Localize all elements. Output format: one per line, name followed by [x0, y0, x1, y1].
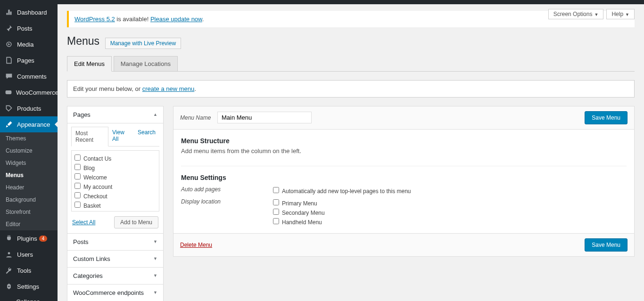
- page-checkbox-item[interactable]: Basket: [74, 201, 156, 210]
- accordion-posts-header[interactable]: Posts▼: [67, 233, 163, 250]
- product-icon: [5, 104, 13, 113]
- sidebar-item-woocommerce[interactable]: WooCommerce: [0, 84, 58, 100]
- delete-menu-link[interactable]: Delete Menu: [180, 242, 212, 248]
- location-secondary-checkbox[interactable]: Secondary Menu: [273, 208, 325, 217]
- select-all-link[interactable]: Select All: [72, 219, 95, 226]
- chevron-down-icon: ▼: [625, 12, 629, 17]
- plugins-badge: 4: [39, 236, 48, 242]
- chevron-down-icon: ▼: [594, 12, 598, 17]
- page-checkbox-item[interactable]: Welcome: [74, 172, 156, 182]
- add-menu-items-panel: Pages▲ Most Recent View All Search Conta…: [67, 106, 164, 301]
- sidebar-item-comments[interactable]: Comments: [0, 68, 58, 84]
- pages-tab-viewall[interactable]: View All: [108, 126, 134, 146]
- tab-manage-locations[interactable]: Manage Locations: [114, 56, 178, 71]
- dashboard-icon: [5, 8, 13, 16]
- auto-add-checkbox[interactable]: Automatically add new top-level pages to…: [273, 186, 411, 195]
- accordion-categories-header[interactable]: Categories▼: [67, 267, 163, 284]
- sidebar-item-products[interactable]: Products: [0, 100, 58, 116]
- help-button[interactable]: Help▼: [606, 9, 635, 19]
- brush-icon: [5, 120, 13, 129]
- tab-edit-menus[interactable]: Edit Menus: [67, 56, 112, 72]
- nav-tabs: Edit Menus Manage Locations: [67, 56, 635, 72]
- page-checkbox-item[interactable]: My account: [74, 182, 156, 191]
- settings-icon: [5, 282, 13, 291]
- svg-point-3: [8, 285, 9, 287]
- submenu-background[interactable]: Background: [0, 194, 58, 206]
- sidebar-item-posts[interactable]: Posts: [0, 20, 58, 36]
- wordpress-version-link[interactable]: WordPress 5.2: [74, 16, 115, 23]
- page-icon: [5, 56, 13, 65]
- location-handheld-checkbox[interactable]: Handheld Menu: [273, 217, 325, 227]
- tool-icon: [5, 266, 13, 275]
- main-content: Screen Options▼ Help▼ WordPress 5.2 is a…: [58, 4, 644, 301]
- menu-structure-heading: Menu Structure: [181, 137, 627, 145]
- pages-tab-recent[interactable]: Most Recent: [71, 127, 108, 146]
- update-now-link[interactable]: Please update now: [150, 16, 202, 23]
- create-new-menu-link[interactable]: create a new menu: [142, 85, 195, 92]
- submenu-editor[interactable]: Editor: [0, 218, 58, 230]
- svg-rect-1: [6, 90, 12, 94]
- pages-checklist[interactable]: Contact Us Blog Welcome My account Check…: [71, 150, 159, 212]
- location-primary-checkbox[interactable]: Primary Menu: [273, 198, 325, 208]
- menu-settings-heading: Menu Settings: [181, 174, 627, 181]
- menu-editor: Menu Name Save Menu Menu Structure Add m…: [173, 106, 635, 257]
- triangle-down-icon: ▼: [153, 256, 157, 261]
- accordion-woo-endpoints-header[interactable]: WooCommerce endpoints▼: [67, 284, 163, 301]
- sidebar-item-appearance[interactable]: Appearance: [0, 116, 58, 132]
- appearance-submenu: Themes Customize Widgets Menus Header Ba…: [0, 132, 58, 230]
- accordion-custom-links-header[interactable]: Custom Links▼: [67, 250, 163, 267]
- triangle-down-icon: ▼: [153, 290, 157, 295]
- sidebar-item-media[interactable]: Media: [0, 36, 58, 52]
- media-icon: [5, 40, 13, 49]
- sidebar-item-plugins[interactable]: Plugins4: [0, 230, 58, 246]
- add-to-menu-button[interactable]: Add to Menu: [114, 216, 158, 228]
- page-checkbox-item[interactable]: Contact Us: [74, 154, 156, 163]
- display-location-label: Display location: [181, 198, 273, 227]
- svg-point-2: [8, 252, 10, 254]
- triangle-down-icon: ▼: [153, 239, 157, 244]
- menu-name-input[interactable]: [217, 112, 312, 123]
- sidebar-item-pages[interactable]: Pages: [0, 52, 58, 68]
- sidebar-item-settings[interactable]: Settings: [0, 278, 58, 294]
- woo-icon: [5, 88, 12, 97]
- triangle-up-icon: ▲: [153, 112, 157, 117]
- page-checkbox-item[interactable]: Blog: [74, 163, 156, 172]
- submenu-header[interactable]: Header: [0, 181, 58, 194]
- page-checkbox-item[interactable]: Shop: [74, 210, 156, 212]
- plugin-icon: [5, 234, 13, 243]
- menu-name-label: Menu Name: [180, 114, 211, 121]
- screen-options-button[interactable]: Screen Options▼: [548, 9, 604, 19]
- admin-sidebar: Dashboard Posts Media Pages Comments Woo…: [0, 4, 58, 301]
- info-box: Edit your menu below, or create a new me…: [67, 80, 635, 98]
- page-title: Menus: [67, 35, 99, 48]
- submenu-customize[interactable]: Customize: [0, 145, 58, 157]
- accordion-pages-header[interactable]: Pages▲: [67, 106, 163, 123]
- admin-toolbar[interactable]: [0, 0, 644, 4]
- sidebar-item-users[interactable]: Users: [0, 246, 58, 262]
- sidebar-item-dashboard[interactable]: Dashboard: [0, 4, 58, 20]
- pin-icon: [5, 24, 13, 33]
- triangle-down-icon: ▼: [153, 273, 157, 278]
- submenu-menus[interactable]: Menus: [0, 169, 58, 181]
- user-icon: [5, 250, 13, 259]
- submenu-widgets[interactable]: Widgets: [0, 157, 58, 169]
- sidebar-collapse[interactable]: Collapse menu: [0, 294, 58, 301]
- comment-icon: [5, 72, 13, 81]
- pages-tab-search[interactable]: Search: [134, 126, 159, 146]
- submenu-storefront[interactable]: Storefront: [0, 206, 58, 218]
- page-checkbox-item[interactable]: Checkout: [74, 191, 156, 201]
- save-menu-button-bottom[interactable]: Save Menu: [585, 238, 627, 252]
- submenu-themes[interactable]: Themes: [0, 132, 58, 145]
- auto-add-label: Auto add pages: [181, 186, 273, 195]
- live-preview-button[interactable]: Manage with Live Preview: [105, 38, 181, 49]
- menu-structure-description: Add menu items from the column on the le…: [181, 147, 627, 155]
- sidebar-item-tools[interactable]: Tools: [0, 262, 58, 278]
- save-menu-button-top[interactable]: Save Menu: [585, 111, 627, 124]
